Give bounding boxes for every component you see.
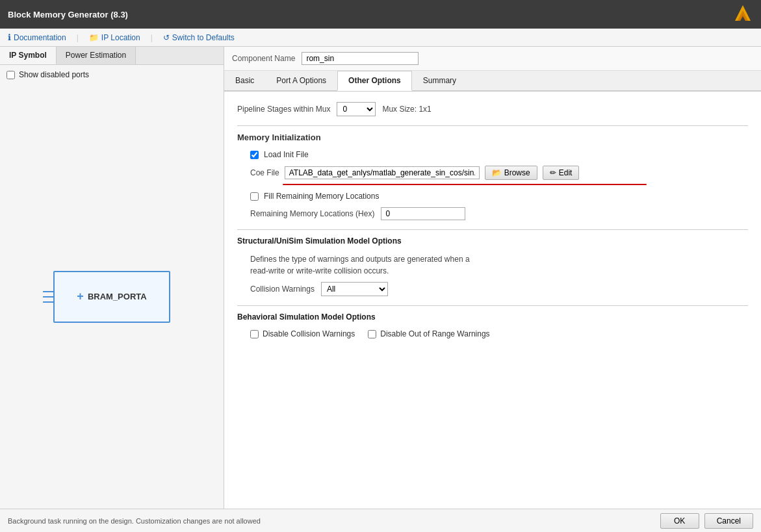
folder-browse-icon: 📂 [492, 168, 502, 177]
coe-file-label: Coe File [250, 168, 279, 177]
edit-button[interactable]: ✏ Edit [543, 166, 580, 180]
switch-to-defaults-link[interactable]: ↺ Switch to Defaults [163, 33, 235, 42]
disable-out-of-range-checkbox[interactable] [368, 330, 376, 338]
right-tabs: Basic Port A Options Other Options Summa… [224, 71, 761, 92]
pipeline-stages-row: Pipeline Stages within Mux 0 1 2 3 Mux S… [237, 102, 748, 116]
separator2: | [151, 33, 153, 42]
tab-power-estimation[interactable]: Power Estimation [57, 47, 136, 64]
behavioral-title: Behavioral Simulation Model Options [237, 305, 748, 323]
structural-title: Structural/UniSim Simulation Model Optio… [237, 229, 748, 247]
memory-init-divider [237, 125, 748, 126]
footer-status: Background task running on the design. C… [8, 517, 261, 525]
collision-warnings-select[interactable]: All Warning Only Generate X None [321, 282, 388, 296]
tab-other-options[interactable]: Other Options [337, 71, 412, 91]
info-icon: ℹ [8, 32, 11, 42]
remaining-memory-input[interactable] [381, 207, 465, 220]
structural-desc-1: Defines the type of warnings and outputs… [250, 253, 748, 277]
disable-collision-checkbox[interactable] [250, 330, 259, 338]
red-underline-annotation [283, 184, 647, 185]
structural-section: Structural/UniSim Simulation Model Optio… [237, 229, 748, 296]
load-init-file-row: Load Init File [237, 150, 748, 159]
browse-button[interactable]: 📂 Browse [485, 166, 537, 180]
load-init-file-label: Load Init File [264, 150, 309, 159]
toolbar: ℹ Documentation | 📁 IP Location | ↺ Swit… [0, 29, 761, 47]
component-name-input[interactable] [302, 52, 419, 65]
coe-file-input[interactable] [285, 166, 480, 179]
xilinx-logo [732, 4, 753, 25]
pipeline-stages-select[interactable]: 0 1 2 3 [337, 102, 376, 116]
tab-ip-symbol[interactable]: IP Symbol [0, 47, 57, 64]
fill-remaining-row: Fill Remaining Memory Locations [237, 192, 748, 201]
collision-warnings-row: Collision Warnings All Warning Only Gene… [250, 282, 748, 296]
behavioral-checks: Disable Collision Warnings Disable Out o… [237, 329, 748, 338]
main-layout: IP Symbol Power Estimation Show disabled… [0, 47, 761, 509]
remaining-memory-label: Remaining Memory Locations (Hex) [250, 209, 374, 218]
symbol-area: + BRAM_PORTA [0, 84, 224, 509]
left-tabs: IP Symbol Power Estimation [0, 47, 224, 65]
footer: Background task running on the design. C… [0, 509, 761, 532]
edit-icon: ✏ [550, 168, 556, 177]
refresh-icon: ↺ [163, 33, 170, 42]
left-panel: IP Symbol Power Estimation Show disabled… [0, 47, 224, 509]
bram-symbol: + BRAM_PORTA [53, 271, 170, 323]
memory-init-title: Memory Initialization [237, 133, 748, 144]
show-disabled-label: Show disabled ports [19, 70, 89, 79]
documentation-link[interactable]: ℹ Documentation [8, 32, 66, 42]
show-disabled-row: Show disabled ports [0, 65, 224, 84]
ok-button[interactable]: OK [660, 513, 699, 529]
port-line-3 [43, 301, 55, 303]
coe-file-row: Coe File 📂 Browse ✏ Edit [237, 166, 748, 180]
titlebar: Block Memory Generator (8.3) [0, 0, 761, 29]
fill-remaining-checkbox[interactable] [250, 192, 259, 201]
tab-basic[interactable]: Basic [224, 71, 265, 91]
tab-content-other-options: Pipeline Stages within Mux 0 1 2 3 Mux S… [224, 92, 761, 509]
folder-icon: 📁 [89, 33, 99, 42]
bram-plus-icon: + [77, 290, 84, 303]
fill-remaining-label: Fill Remaining Memory Locations [264, 192, 379, 201]
disable-out-of-range-label: Disable Out of Range Warnings [368, 329, 489, 338]
show-disabled-checkbox[interactable] [6, 71, 15, 79]
tab-port-a-options[interactable]: Port A Options [265, 71, 337, 91]
pipeline-stages-label: Pipeline Stages within Mux [237, 105, 330, 114]
port-line-2 [43, 296, 55, 298]
load-init-file-checkbox[interactable] [250, 151, 259, 159]
behavioral-section: Behavioral Simulation Model Options Disa… [237, 305, 748, 338]
component-name-label: Component Name [232, 54, 295, 63]
tab-summary[interactable]: Summary [412, 71, 467, 91]
app-title: Block Memory Generator (8.3) [8, 10, 128, 19]
bram-label: + BRAM_PORTA [77, 290, 146, 303]
remaining-memory-row: Remaining Memory Locations (Hex) [237, 207, 748, 220]
cancel-button[interactable]: Cancel [704, 513, 753, 529]
separator: | [77, 33, 79, 42]
ip-location-link[interactable]: 📁 IP Location [89, 33, 140, 42]
port-lines [43, 291, 55, 303]
right-panel: Component Name Basic Port A Options Othe… [224, 47, 761, 509]
mux-size-text: Mux Size: 1x1 [382, 105, 431, 114]
port-line-1 [43, 291, 55, 292]
footer-buttons: OK Cancel [660, 513, 753, 529]
collision-warnings-label: Collision Warnings [250, 285, 315, 294]
disable-collision-label: Disable Collision Warnings [250, 329, 355, 338]
component-name-row: Component Name [224, 47, 761, 71]
